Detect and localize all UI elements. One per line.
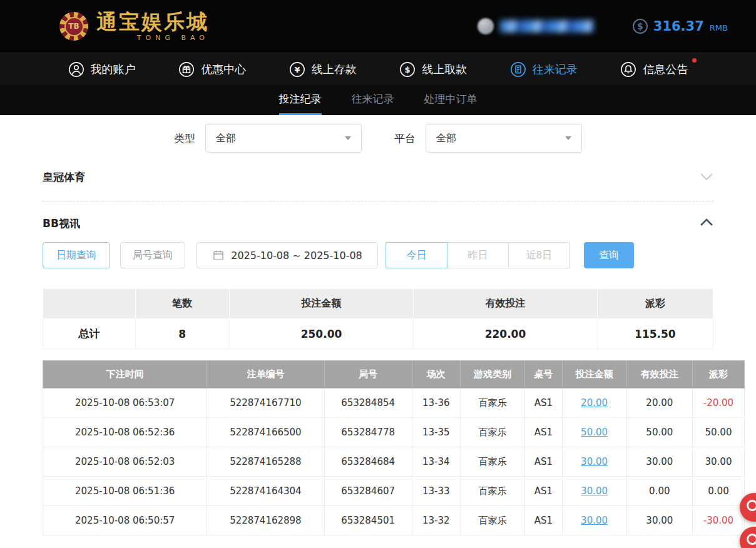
bet-amount-link[interactable]: 30.00 [562, 447, 626, 477]
tab-pending-orders[interactable]: 处理中订单 [424, 85, 478, 115]
nav-item-my-account[interactable]: 我的账户 [68, 61, 136, 78]
summary-header-row: 笔数 投注金额 有效投注 派彩 [43, 289, 713, 319]
table-row: 2025-10-08 06:50:57 522874162898 6532845… [43, 506, 745, 535]
payout-cell: 0.00 [693, 477, 745, 506]
gift-icon [178, 61, 195, 78]
col-session: 场次 [412, 361, 460, 388]
round-number-cell: 653284607 [324, 477, 412, 506]
table-number-cell: AS1 [525, 477, 562, 506]
col-bet-time: 下注时间 [43, 361, 207, 388]
nav-item-transaction-records[interactable]: 往来记录 [510, 61, 578, 78]
records-document-icon [510, 61, 526, 78]
session-cell: 13-33 [412, 477, 460, 506]
tab-bet-records[interactable]: 投注纪录 [279, 85, 322, 115]
table-row: 2025-10-08 06:51:36 522874164304 6532846… [43, 477, 745, 506]
order-number-cell: 522874162898 [207, 506, 324, 535]
quick-range-segment: 今日 昨日 近8日 [386, 242, 570, 268]
session-cell: 13-36 [412, 388, 460, 418]
site-logo[interactable]: TB 通宝娱乐城 TONG BAO [59, 11, 209, 42]
valid-bet-cell: 30.00 [626, 506, 692, 535]
svg-text:¥: ¥ [294, 64, 300, 74]
nav-item-announcements[interactable]: 信息公告 [620, 61, 688, 78]
main-content: 类型 全部 平台 全部 皇冠体育 BB视讯 [0, 115, 756, 535]
platform-select[interactable]: 全部 [426, 124, 582, 153]
date-range-picker[interactable]: 2025-10-08 ~ 2025-10-08 [197, 242, 378, 268]
chevron-down-icon [565, 136, 571, 140]
summary-header-bet-amount: 投注金额 [229, 289, 414, 319]
bet-amount-link[interactable]: 20.00 [562, 388, 626, 418]
summary-header-empty [43, 289, 136, 319]
user-area[interactable] [478, 18, 594, 34]
valid-bet-cell: 20.00 [626, 388, 692, 418]
table-number-cell: AS1 [525, 506, 562, 535]
date-range-value: 2025-10-08 ~ 2025-10-08 [231, 250, 362, 261]
balance-currency: RMB [710, 23, 728, 33]
avatar [478, 18, 494, 34]
username-masked [500, 20, 594, 33]
platform-filter-label: 平台 [394, 131, 416, 146]
nav-label: 往来记录 [533, 62, 578, 77]
yesterday-button[interactable]: 昨日 [447, 242, 509, 268]
summary-total-count: 8 [135, 319, 229, 349]
platform-select-value: 全部 [436, 132, 456, 145]
date-query-button[interactable]: 日期查询 [43, 242, 110, 268]
payout-cell: -20.00 [693, 388, 745, 418]
main-nav: 我的账户 优惠中心 ¥ 线上存款 $ 线上取款 往来记录 [0, 53, 756, 85]
round-number-cell: 653284854 [324, 388, 412, 418]
col-round-number: 局号 [324, 361, 412, 388]
type-filter-label: 类型 [174, 131, 195, 146]
logo-tb-monogram: TB [64, 17, 84, 36]
table-number-cell: AS1 [525, 388, 562, 418]
last-8-days-button[interactable]: 近8日 [508, 242, 570, 268]
bet-time-cell: 2025-10-08 06:52:03 [43, 447, 207, 477]
table-number-cell: AS1 [525, 418, 562, 447]
search-button[interactable]: 查询 [584, 242, 634, 268]
valid-bet-cell: 50.00 [626, 418, 692, 447]
round-query-button[interactable]: 局号查询 [120, 242, 185, 268]
bet-amount-link[interactable]: 30.00 [562, 506, 626, 535]
table-row: 2025-10-08 06:53:07 522874167710 6532848… [43, 388, 745, 418]
nav-label: 我的账户 [91, 62, 136, 77]
bet-amount-link[interactable]: 50.00 [562, 418, 626, 447]
nav-item-online-deposit[interactable]: ¥ 线上存款 [289, 61, 357, 78]
withdraw-coin-icon: $ [399, 61, 416, 78]
balance[interactable]: $ 316.37 RMB [633, 19, 728, 34]
nav-item-promotions[interactable]: 优惠中心 [178, 61, 246, 78]
logo-title: 通宝娱乐城 [96, 11, 209, 32]
notification-dot [692, 58, 697, 63]
bet-records-table: 下注时间 注单编号 局号 场次 游戏类别 桌号 投注金额 有效投注 派彩 202… [43, 360, 745, 535]
table-header-row: 下注时间 注单编号 局号 场次 游戏类别 桌号 投注金额 有效投注 派彩 [43, 361, 745, 388]
payout-cell: -30.00 [693, 506, 745, 535]
section-title: BB视讯 [43, 216, 80, 231]
payout-cell: 50.00 [693, 418, 745, 447]
game-type-cell: 百家乐 [460, 506, 524, 535]
summary-total-row: 总计 8 250.00 220.00 115.50 [43, 319, 713, 349]
filter-row: 类型 全部 平台 全部 [43, 115, 713, 153]
chat-icon [747, 534, 756, 545]
today-button[interactable]: 今日 [386, 242, 447, 268]
round-number-cell: 653284684 [324, 447, 412, 477]
section-crown-sports[interactable]: 皇冠体育 [43, 170, 713, 201]
nav-label: 线上存款 [312, 62, 357, 77]
bet-amount-link[interactable]: 30.00 [562, 477, 626, 506]
deposit-coin-icon: ¥ [289, 61, 305, 78]
section-bb-video[interactable]: BB视讯 [43, 216, 713, 231]
game-type-cell: 百家乐 [460, 418, 524, 447]
game-type-cell: 百家乐 [460, 388, 524, 418]
svg-text:$: $ [405, 64, 411, 74]
game-type-cell: 百家乐 [460, 447, 524, 477]
tab-transactions[interactable]: 往来记录 [352, 85, 394, 115]
nav-item-online-withdrawal[interactable]: $ 线上取款 [399, 61, 467, 78]
session-cell: 13-32 [412, 506, 460, 535]
col-game-type: 游戏类别 [460, 361, 524, 388]
nav-label: 信息公告 [643, 62, 688, 77]
valid-bet-cell: 30.00 [626, 447, 692, 477]
bet-time-cell: 2025-10-08 06:53:07 [43, 388, 207, 418]
sub-tabs: 投注纪录 往来记录 处理中订单 [0, 85, 756, 115]
chevron-down-icon[interactable] [700, 171, 713, 183]
type-select[interactable]: 全部 [205, 124, 362, 153]
col-bet-amount: 投注金额 [562, 361, 626, 388]
summary-table: 笔数 投注金额 有效投注 派彩 总计 8 250.00 220.00 115.5… [43, 288, 713, 349]
chevron-up-icon[interactable] [700, 218, 713, 230]
summary-header-count: 笔数 [135, 289, 229, 319]
